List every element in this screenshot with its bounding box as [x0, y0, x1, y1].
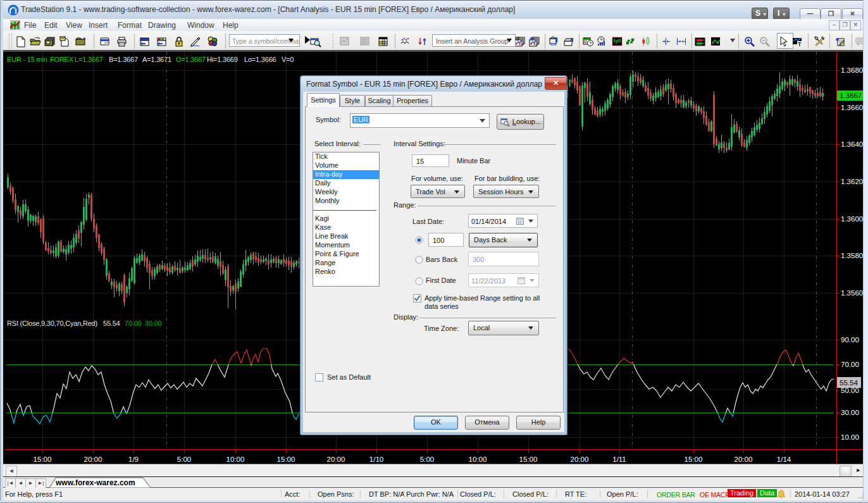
svg-text:1.3667: 1.3667 [840, 92, 862, 99]
svg-text:A=1.3671: A=1.3671 [142, 56, 171, 63]
svg-text:1/14: 1/14 [777, 456, 791, 463]
svg-text:M: M [530, 36, 535, 42]
svg-text:70.00: 70.00 [841, 361, 859, 368]
svg-text:L=1.3667: L=1.3667 [75, 56, 103, 63]
svg-text:1.3580: 1.3580 [841, 252, 863, 259]
svg-text:5:00: 5:00 [177, 456, 191, 463]
svg-text:www.forex-warez.com: www.forex-warez.com [55, 478, 135, 487]
svg-text:20:00: 20:00 [735, 456, 753, 463]
svg-text:90.00: 90.00 [841, 336, 859, 344]
svg-text:Lo=1.3666: Lo=1.3666 [244, 56, 276, 63]
svg-text:1/9: 1/9 [128, 456, 139, 463]
svg-text:10:00: 10:00 [226, 456, 245, 463]
svg-text:1.3680: 1.3680 [841, 66, 863, 74]
svg-text:1.3600: 1.3600 [841, 215, 863, 223]
svg-text:30.00: 30.00 [145, 320, 162, 327]
svg-text:Hi=1.3669: Hi=1.3669 [207, 56, 238, 63]
svg-text:20:00: 20:00 [84, 456, 102, 463]
svg-text:55.54: 55.54 [103, 320, 120, 327]
svg-text:20:00: 20:00 [327, 456, 345, 463]
svg-text:EUR - 15 min: EUR - 15 min [7, 56, 47, 63]
svg-text:1.3640: 1.3640 [841, 140, 863, 148]
svg-text:FOREX: FOREX [50, 56, 74, 63]
svg-text:30.00: 30.00 [841, 409, 859, 416]
svg-text:5:00: 5:00 [420, 456, 434, 463]
svg-text:1.3560: 1.3560 [841, 289, 863, 297]
svg-text:70.00: 70.00 [125, 320, 142, 327]
svg-text:RSI (Close,9,30,70,Cyan,Red): RSI (Close,9,30,70,Cyan,Red) [7, 320, 97, 327]
svg-text:15:00: 15:00 [685, 456, 703, 463]
svg-text:55.54: 55.54 [840, 379, 858, 387]
svg-text:15:00: 15:00 [519, 456, 538, 463]
svg-text:20:00: 20:00 [571, 456, 589, 463]
svg-text:1/10: 1/10 [369, 456, 383, 463]
svg-text:1/11: 1/11 [612, 456, 626, 463]
svg-text:T: T [798, 41, 802, 47]
svg-text:10.00: 10.00 [841, 433, 859, 441]
svg-text:15:00: 15:00 [277, 456, 295, 463]
svg-text:O=1.3667: O=1.3667 [176, 56, 206, 63]
svg-text:1.3620: 1.3620 [841, 178, 863, 185]
svg-text:10:00: 10:00 [469, 456, 487, 463]
svg-text:B=1.3667: B=1.3667 [109, 56, 138, 63]
svg-text:V=0: V=0 [282, 56, 294, 63]
svg-text:15:00: 15:00 [34, 456, 52, 463]
svg-text:1.3660: 1.3660 [841, 104, 863, 111]
